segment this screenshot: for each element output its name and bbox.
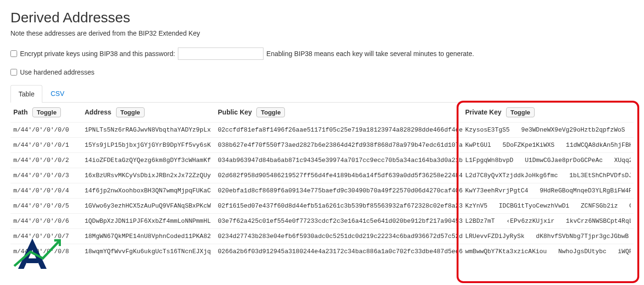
table-row: m/44'/0'/0'/0/115Ys9jLP15bjbxjGYjGYrB9Dp… [10, 138, 634, 153]
cell-address: 18wqmYQfWvvFgKu6ukgUcTs16TNcnEJXjq [82, 244, 215, 259]
privkey-segment: KwY73eehRvrjPgtC4 [465, 187, 528, 194]
cell-path: m/44'/0'/0'/0/8 [10, 244, 82, 259]
tabs: Table CSV [10, 85, 634, 103]
privkey-segment: LRUevvFZDiJyRySk [465, 233, 525, 240]
cell-pubkey: 0266a2b6f03d912945a3180244e4a23172c34bac… [215, 244, 462, 259]
privkey-segment: ‹EPv6zzKUjxir [506, 218, 554, 225]
cell-address: 1QDwBpXzJDN1iPJF6XxbZf4mmLoNNPmmHL [82, 214, 215, 229]
col-privkey-header: Private Key Toggle [462, 103, 634, 123]
privkey-segment: KwPtGUl [465, 142, 491, 149]
cell-path: m/44'/0'/0'/0/2 [10, 153, 82, 168]
toggle-path-button[interactable]: Toggle [32, 107, 61, 117]
hardened-label: Use hardened addresses [20, 68, 94, 76]
col-pubkey-label: Public Key [218, 108, 252, 116]
privkey-segment: 9e3WDneWX9eVg29oHztb2qpfzWoS [521, 126, 625, 133]
col-address-header: Address Toggle [82, 103, 215, 123]
cell-privkey: L1FpgqWn8bvpDU1DmwCGJae8prDoGCPeAcXUqq2R… [462, 153, 634, 168]
cell-pubkey: 0234d27743b283e04efb6f5930adc0c5251dc0d2… [215, 229, 462, 244]
cell-address: 15Ys9jLP15bjbxjGYjGYrB9DpYFf5vy6sK [82, 138, 215, 153]
privkey-segment: 11dWCQA8dkAn5hjFBKTeEh3 [566, 142, 631, 149]
table-row: m/44'/0'/0'/0/01PNLTs5Nz6rRAGJwvN8Vbqtha… [10, 123, 634, 138]
cell-pubkey: 02f1615ed07e437f60d8d44efb51a6261c3b539b… [215, 199, 462, 214]
cell-privkey: KzysosE3TgS59e3WDneWX9eVg29oHztb2qpfzWoS… [462, 123, 634, 138]
bip38-label-before: Encrypt private keys using BIP38 and thi… [20, 50, 175, 57]
cell-privkey: KwY73eehRvrjPgtC49HdReGBoqMnqeD3YLRgBiFW… [462, 183, 634, 199]
table-row: m/44'/0'/0'/0/718MgWN67QkMPE14nU8VphnCod… [10, 229, 634, 244]
table-row: m/44'/0'/0'/0/818wqmYQfWvvFgKu6ukgUcTs16… [10, 244, 634, 259]
cell-path: m/44'/0'/0'/0/4 [10, 183, 82, 199]
privkey-segment: XUqq2RL7k [614, 157, 631, 164]
cell-path: m/44'/0'/0'/0/0 [10, 123, 82, 138]
privkey-segment: IDCBG1tTyoCewzhVwDi [499, 202, 569, 209]
cell-pubkey: 038b627e4f70f550f73aed2827b6e23864d42fd9… [215, 138, 462, 153]
table-row: m/44'/0'/0'/0/214ioZFDEtaGzQYQezg6km8gDY… [10, 153, 634, 168]
privkey-segment: ZCNFSGb2iz [581, 202, 618, 209]
cell-privkey: L2d7C8yQvXTzjddkJoHkg6fmc1bL3EtShChPVDfs… [462, 168, 634, 183]
cell-privkey: KzYnV5IDCBG1tTyoCewzhVwDiZCNFSGb2izC3L6T… [462, 199, 634, 214]
cell-privkey: LRUevvFZDiJyRySkdK8hvfSVbNbg7Tjpr3gcJGbw… [462, 229, 634, 244]
bip38-checkbox[interactable] [10, 50, 17, 57]
cell-address: 16xBzURsvMKCyVsDbixJRBn2xJx72ZzQUy [82, 168, 215, 183]
svg-rect-0 [27, 258, 38, 263]
cell-pubkey: 034ab963947d84ba6ab871c94345e39974a7017c… [215, 153, 462, 168]
cell-pubkey: 02ccfdf81efa8f1496f26aae51171f05c25e719a… [215, 123, 462, 138]
col-privkey-label: Private Key [465, 108, 501, 116]
privkey-segment: L2BDz7mT [465, 218, 495, 225]
privkey-segment: L2d7C8yQvXTzjddkJoHkg6fmc [465, 172, 558, 179]
cell-path: m/44'/0'/0'/0/5 [10, 199, 82, 214]
table-row: m/44'/0'/0'/0/51GVwo6y3ezhHCX5zAuPuQ9VFA… [10, 199, 634, 214]
bip38-password-input[interactable] [178, 48, 263, 60]
addresses-table: Path Toggle Address Toggle Public Key To… [10, 103, 634, 259]
table-row: m/44'/0'/0'/0/316xBzURsvMKCyVsDbixJRBn2x… [10, 168, 634, 183]
privkey-segment: 9HdReGBoqMnqeD3YLRgBiFW4P [540, 187, 631, 194]
page-title: Derived Addresses [10, 10, 634, 26]
cell-address: 18MgWN67QkMPE14nU8VphnCoded11PKA82 [82, 229, 215, 244]
hardened-row: Use hardened addresses [10, 68, 634, 76]
privkey-segment: 1kvCrz6NWSBCpt4RqLGD3rVY [566, 218, 631, 225]
col-path-label: Path [13, 108, 28, 116]
hardened-checkbox[interactable] [10, 69, 17, 76]
cell-pubkey: 03e7f62a425c01ef554e0f77233cdcf2c3e16a41… [215, 214, 462, 229]
bip38-label-after: Enabling BIP38 means each key will take … [266, 50, 474, 57]
col-path-header: Path Toggle [10, 103, 82, 123]
privkey-segment: iWQFvsc [618, 248, 631, 255]
privkey-segment: L1FpgqWn8bvpD [465, 157, 513, 164]
toggle-privkey-button[interactable]: Toggle [506, 107, 535, 117]
cell-path: m/44'/0'/0'/0/3 [10, 168, 82, 183]
cell-address: 14f6jp2nwXoohboxBH3QN7wmqMjpqFUKaC [82, 183, 215, 199]
cell-privkey: KwPtGUl5DoFZKpe1KiWXS11dWCQA8dkAn5hjFBKT… [462, 138, 634, 153]
privkey-segment: 5DoFZKpe1KiWXS [503, 142, 555, 149]
cell-privkey: wmBwwQbY7Kta3xzicAKiouNwhoJgsDUtybciWQFv… [462, 244, 634, 259]
col-address-label: Address [85, 108, 111, 116]
privkey-segment: KzysosE3TgS5 [465, 126, 510, 133]
privkey-segment: KzYnV5 [465, 202, 488, 209]
tab-csv[interactable]: CSV [42, 85, 72, 102]
cell-pubkey: 020ebfa1d8cf8689f6a09134e775baefd9c30490… [215, 183, 462, 199]
cell-path: m/44'/0'/0'/0/1 [10, 138, 82, 153]
cell-address: 1PNLTs5Nz6rRAGJwvN8VbqthaYADYz9pLx [82, 123, 215, 138]
privkey-segment: NwhoJgsDUtybc [558, 248, 606, 255]
bip38-row: Encrypt private keys using BIP38 and thi… [10, 48, 634, 60]
cell-pubkey: 02d682f958d905486219527ff56d4fe4189b4b6a… [215, 168, 462, 183]
derivation-note: Note these addresses are derived from th… [10, 29, 634, 37]
privkey-segment: C3L6TA [629, 202, 631, 209]
table-row: m/44'/0'/0'/0/414f6jp2nwXoohboxBH3QN7wmq… [10, 183, 634, 199]
cell-path: m/44'/0'/0'/0/7 [10, 229, 82, 244]
privkey-segment: 1bL3EtShChPVDfsDJs [569, 172, 631, 179]
privkey-segment: dK8hvfSVbNbg7Tjpr3gcJGbwB [536, 233, 629, 240]
toggle-address-button[interactable]: Toggle [116, 107, 145, 117]
tab-table[interactable]: Table [10, 85, 42, 103]
toggle-pubkey-button[interactable]: Toggle [256, 107, 285, 117]
privkey-segment: U1DmwCGJae8prDoGCPeAc [525, 157, 603, 164]
privkey-segment: wmBwwQbY7Kta3xzicAKiou [465, 248, 547, 255]
col-pubkey-header: Public Key Toggle [215, 103, 462, 123]
table-row: m/44'/0'/0'/0/61QDwBpXzJDN1iPJF6XxbZf4mm… [10, 214, 634, 229]
cell-path: m/44'/0'/0'/0/6 [10, 214, 82, 229]
cell-address: 14ioZFDEtaGzQYQezg6km8gDYf3cWHamKf [82, 153, 215, 168]
cell-address: 1GVwo6y3ezhHCX5zAuPuQ9VFANqSBxPKcW [82, 199, 215, 214]
cell-privkey: L2BDz7mT‹EPv6zzKUjxir1kvCrz6NWSBCpt4RqLG… [462, 214, 634, 229]
